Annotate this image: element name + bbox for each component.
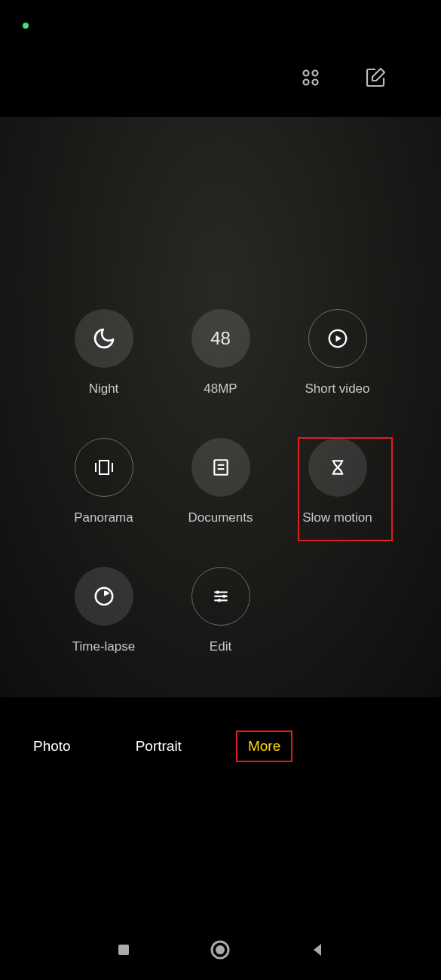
svg-rect-18 xyxy=(118,945,129,955)
svg-point-3 xyxy=(313,79,318,84)
mode-edit[interactable]: Edit xyxy=(162,567,279,654)
mode-short-video[interactable]: Short video xyxy=(279,309,396,397)
hourglass-icon xyxy=(308,438,367,497)
top-toolbar xyxy=(0,38,441,117)
edit-icon[interactable] xyxy=(363,65,388,90)
mode-label: Short video xyxy=(305,381,370,397)
moon-icon xyxy=(75,309,133,368)
mode-night[interactable]: Night xyxy=(45,309,162,397)
back-button[interactable] xyxy=(302,935,332,965)
svg-rect-5 xyxy=(100,461,109,474)
tab-more[interactable]: More xyxy=(236,730,292,762)
recent-apps-button[interactable] xyxy=(109,935,139,965)
mode-grid: Night 48 48MP Short video xyxy=(0,309,441,654)
mode-panorama[interactable]: Panorama xyxy=(45,438,162,525)
camera-viewfinder: Night 48 48MP Short video xyxy=(0,117,441,697)
mode-label: 48MP xyxy=(204,381,237,397)
camera-active-indicator xyxy=(23,23,29,29)
mode-48mp[interactable]: 48 48MP xyxy=(162,309,279,397)
mode-documents[interactable]: Documents xyxy=(162,438,279,525)
svg-point-16 xyxy=(222,595,225,598)
svg-point-20 xyxy=(216,945,225,954)
clock-icon xyxy=(75,567,133,626)
layout-grid-icon[interactable] xyxy=(298,65,323,90)
play-circle-icon xyxy=(308,309,367,368)
status-bar xyxy=(0,0,441,38)
mode-label: Slow motion xyxy=(302,510,372,525)
tab-portrait[interactable]: Portrait xyxy=(125,732,192,761)
svg-point-1 xyxy=(313,70,318,75)
mode-label: Time-lapse xyxy=(72,639,135,654)
svg-rect-8 xyxy=(214,460,227,475)
48mp-icon: 48 xyxy=(191,309,250,368)
svg-point-2 xyxy=(304,79,309,84)
sliders-icon xyxy=(191,567,250,626)
document-icon xyxy=(191,438,250,497)
svg-point-15 xyxy=(216,590,219,593)
mode-slow-motion[interactable]: Slow motion xyxy=(279,438,396,525)
camera-mode-tabs: Photo Portrait More xyxy=(0,724,441,769)
svg-point-17 xyxy=(217,599,220,602)
mode-label: Edit xyxy=(210,639,231,654)
system-nav-bar xyxy=(0,920,441,980)
home-button[interactable] xyxy=(205,935,235,965)
svg-point-0 xyxy=(304,70,309,75)
mode-time-lapse[interactable]: Time-lapse xyxy=(45,567,162,654)
mode-label: Night xyxy=(89,381,119,397)
tab-photo[interactable]: Photo xyxy=(23,732,81,761)
mode-label: Documents xyxy=(188,510,253,525)
mode-label: Panorama xyxy=(74,510,133,525)
panorama-icon xyxy=(75,438,133,497)
